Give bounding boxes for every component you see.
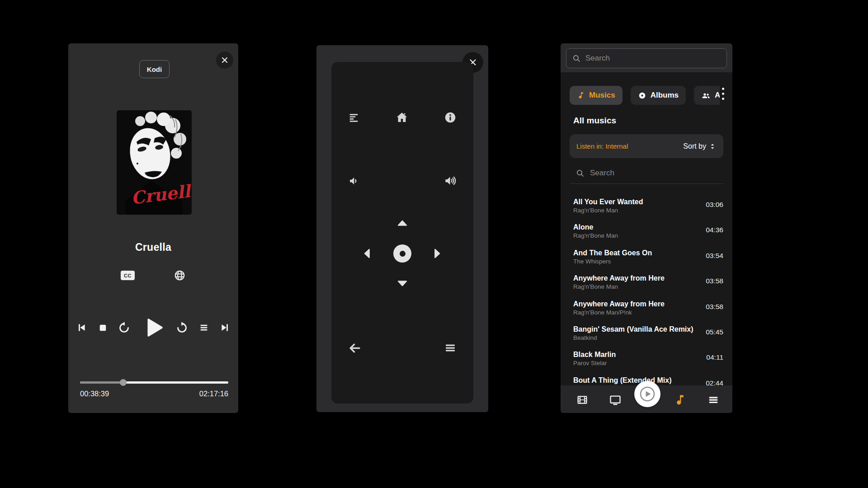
- listen-in-button[interactable]: Listen in: Internal: [576, 142, 628, 150]
- dpad-down-button[interactable]: [396, 277, 408, 289]
- song-artist: Rag'n'Bone Man: [573, 232, 706, 239]
- nav-tv-button[interactable]: [609, 393, 622, 407]
- play-icon: [140, 314, 166, 341]
- info-button[interactable]: [443, 111, 457, 124]
- now-playing-button[interactable]: [634, 381, 660, 407]
- song-row[interactable]: And The Beat Goes On The Whispers 03:54: [561, 244, 732, 270]
- album-disc-icon: [638, 91, 646, 100]
- sort-by-button[interactable]: Sort by: [683, 142, 717, 150]
- dpad-left-button[interactable]: [361, 248, 373, 259]
- dpad-up-button[interactable]: [396, 217, 408, 229]
- app-badge: Kodi: [139, 60, 170, 78]
- song-title: Anywhere Away from Here: [573, 300, 706, 309]
- stop-button[interactable]: [97, 322, 108, 333]
- volume-up-icon: [443, 174, 457, 188]
- tab-albums[interactable]: Albums: [631, 86, 686, 105]
- search-icon: [572, 54, 581, 63]
- song-title: Anywhere Away from Here: [573, 274, 706, 283]
- fast-forward-button[interactable]: [176, 322, 188, 334]
- song-duration: 04:11: [706, 350, 723, 362]
- song-row[interactable]: Black Marlin Parov Stelar 04:11: [561, 346, 732, 371]
- global-search-bar[interactable]: [566, 48, 727, 68]
- playlist-button[interactable]: [198, 322, 210, 333]
- search-icon: [576, 169, 585, 178]
- song-artist: Rag'n'Bone Man/P!nk: [573, 309, 706, 316]
- player-close-button[interactable]: [216, 52, 233, 69]
- movie-poster: Cruella: [117, 110, 192, 215]
- playback-controls: [75, 314, 231, 341]
- more-options-button[interactable]: [719, 83, 727, 104]
- remote-pad: [331, 62, 473, 404]
- list-search-input[interactable]: [590, 169, 717, 178]
- nav-menu-button[interactable]: [707, 393, 720, 407]
- replay-button[interactable]: [118, 322, 130, 334]
- song-title: Black Marlin: [573, 350, 706, 359]
- language-globe-icon[interactable]: [174, 269, 186, 282]
- arrow-right-icon: [431, 248, 443, 259]
- home-icon: [395, 111, 409, 124]
- song-duration: 02:44: [706, 376, 723, 385]
- skip-previous-button[interactable]: [75, 322, 87, 333]
- song-artist: Parov Stelar: [573, 359, 706, 367]
- song-duration: 04:36: [706, 223, 723, 235]
- song-row[interactable]: Alone Rag'n'Bone Man 04:36: [561, 219, 732, 244]
- song-row[interactable]: Bangin' Sesam (Vanilla Ace Remix) Beatki…: [561, 321, 732, 346]
- song-title: Alone: [573, 223, 706, 232]
- song-duration: 03:54: [706, 249, 723, 260]
- total-time: 02:17:16: [199, 389, 228, 398]
- closed-captions-icon[interactable]: CC: [121, 271, 135, 280]
- song-row[interactable]: Anywhere Away from Here Rag'n'Bone Man/P…: [561, 296, 732, 321]
- player-badges: CC: [68, 269, 238, 282]
- dpad-ok-button[interactable]: [393, 244, 411, 263]
- play-button[interactable]: [140, 314, 166, 341]
- player-title: Cruella: [68, 241, 238, 253]
- library-panel: Musics Albums Ar All musics: [561, 43, 732, 413]
- volume-up-button[interactable]: [443, 174, 457, 188]
- play-circle-icon: [638, 385, 656, 403]
- seek-slider-handle[interactable]: [120, 379, 127, 386]
- volume-down-button[interactable]: [348, 175, 360, 187]
- song-title: Bangin' Sesam (Vanilla Ace Remix): [573, 325, 706, 334]
- song-artist: The Whispers: [573, 258, 706, 265]
- context-menu-button[interactable]: [443, 341, 457, 355]
- library-header: [561, 43, 732, 72]
- queue-icon: [198, 322, 210, 333]
- music-note-icon: [577, 91, 585, 99]
- playlist-view-button[interactable]: [348, 112, 360, 124]
- song-artist: Beatkind: [573, 334, 706, 342]
- song-artist: Rag'n'Bone Man: [573, 206, 706, 214]
- info-icon: [443, 111, 457, 124]
- seek-slider[interactable]: [80, 379, 228, 386]
- skip-next-button[interactable]: [219, 322, 231, 333]
- stop-icon: [97, 322, 108, 333]
- song-duration: 03:58: [706, 274, 723, 286]
- hamburger-menu-icon: [443, 341, 457, 355]
- song-duration: 03:58: [706, 300, 723, 311]
- hamburger-menu-icon: [707, 394, 720, 406]
- list-search-bar[interactable]: [570, 163, 723, 184]
- elapsed-time: 00:38:39: [80, 389, 109, 398]
- film-strip-icon: [576, 394, 589, 406]
- dpad-right-button[interactable]: [431, 248, 443, 259]
- vertical-dots-icon: [722, 88, 724, 90]
- seek-slider-fill: [80, 381, 123, 384]
- tab-musics[interactable]: Musics: [570, 86, 623, 105]
- nav-music-button[interactable]: [673, 393, 687, 407]
- back-button[interactable]: [348, 341, 362, 355]
- arrow-left-icon: [361, 248, 373, 259]
- song-list: All You Ever Wanted Rag'n'Bone Man 03:06…: [561, 186, 732, 385]
- artists-people-icon: [701, 91, 711, 100]
- skip-next-icon: [219, 322, 231, 333]
- tab-artists[interactable]: Ar: [694, 86, 720, 105]
- song-row[interactable]: All You Ever Wanted Rag'n'Bone Man 03:06: [561, 193, 732, 219]
- global-search-input[interactable]: [585, 54, 721, 63]
- music-note-icon: [674, 394, 686, 406]
- song-row[interactable]: Anywhere Away from Here Rag'n'Bone Man 0…: [561, 270, 732, 295]
- remote-panel: [316, 45, 488, 412]
- back-arrow-icon: [348, 341, 362, 355]
- skip-previous-icon: [75, 322, 87, 333]
- arrow-down-icon: [396, 277, 408, 289]
- home-button[interactable]: [395, 111, 409, 124]
- nav-videos-button[interactable]: [576, 393, 589, 407]
- library-tabs: Musics Albums Ar: [570, 86, 720, 105]
